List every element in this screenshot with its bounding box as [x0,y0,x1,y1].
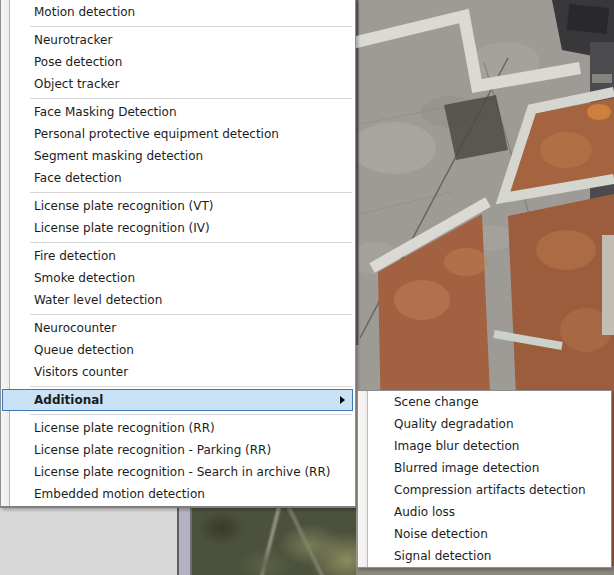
menu-item-additional-label: Additional [34,393,103,407]
detection-tools-context-menu: Motion detection Neurotracker Pose detec… [0,0,356,508]
menu-item-water-level-detection[interactable]: Water level detection [1,289,355,311]
menu-item-segment-masking-detection[interactable]: Segment masking detection [1,145,355,167]
menu-item-ppe-detection[interactable]: Personal protective equipment detection [1,123,355,145]
menu-item-face-masking-detection[interactable]: Face Masking Detection [1,101,355,123]
menu-item-lpr-parking-rr[interactable]: License plate recognition - Parking (RR) [1,439,355,461]
menu-item-embedded-motion-detection[interactable]: Embedded motion detection [1,483,355,505]
menu-item-neurotracker[interactable]: Neurotracker [1,29,355,51]
left-panel [0,508,177,575]
screen: Motion detection Neurotracker Pose detec… [0,0,614,575]
vegetation-camera-photo [192,508,356,575]
submenu-item-compression-artifacts-detection[interactable]: Compression artifacts detection [358,479,611,501]
menu-item-additional[interactable]: Additional [2,389,353,411]
menu-item-face-detection[interactable]: Face detection [1,167,355,189]
submenu-item-scene-change[interactable]: Scene change [358,391,611,413]
submenu-item-noise-detection[interactable]: Noise detection [358,523,611,545]
menu-item-object-tracker[interactable]: Object tracker [1,73,355,95]
menu-item-lpr-rr[interactable]: License plate recognition (RR) [1,417,355,439]
vertical-scrollbar[interactable] [177,508,192,575]
menu-item-smoke-detection[interactable]: Smoke detection [1,267,355,289]
submenu-item-signal-detection[interactable]: Signal detection [358,545,611,567]
submenu-item-quality-degradation[interactable]: Quality degradation [358,413,611,435]
submenu-item-audio-loss[interactable]: Audio loss [358,501,611,523]
additional-submenu: Scene change Quality degradation Image b… [357,390,612,568]
menu-item-queue-detection[interactable]: Queue detection [1,339,355,361]
menu-item-neurocounter[interactable]: Neurocounter [1,317,355,339]
menu-item-lpr-vt[interactable]: License plate recognition (VT) [1,195,355,217]
menu-item-pose-detection[interactable]: Pose detection [1,51,355,73]
submenu-arrow-icon [340,396,345,404]
menu-item-visitors-counter[interactable]: Visitors counter [1,361,355,383]
submenu-item-blurred-image-detection[interactable]: Blurred image detection [358,457,611,479]
menu-item-fire-detection[interactable]: Fire detection [1,245,355,267]
menu-item-lpr-iv[interactable]: License plate recognition (IV) [1,217,355,239]
menu-item-motion-detection[interactable]: Motion detection [1,1,355,23]
submenu-item-image-blur-detection[interactable]: Image blur detection [358,435,611,457]
menu-item-lpr-search-archive-rr[interactable]: License plate recognition - Search in ar… [1,461,355,483]
